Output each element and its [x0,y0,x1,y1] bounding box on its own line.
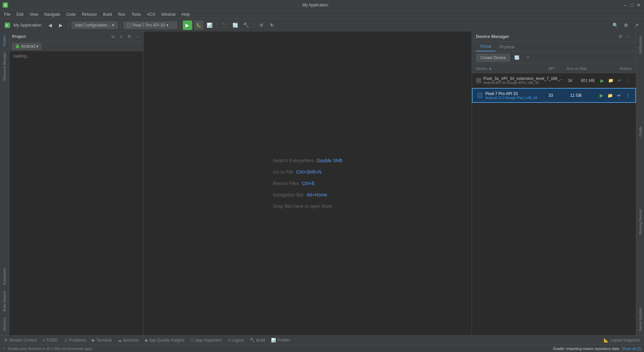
minimize-button[interactable]: – [623,2,628,8]
hint-drop-files: Drop files here to open them [273,204,342,209]
debug-button[interactable]: 🐛 [194,20,204,30]
edit-device-pixel3a[interactable]: ✏ [616,77,623,84]
menu-window[interactable]: Window [159,11,178,17]
play-device-pixel3a[interactable]: ▶ [598,77,606,84]
device-manager-tabs: Virtual Physical [472,42,636,52]
status-bar: ✓ Gradle sync finished in 15 s 505 ms (m… [0,345,644,352]
bottom-tab-app-quality[interactable]: ◆ App Quality Insights [142,337,187,343]
maximize-button[interactable]: □ [629,2,635,8]
bottom-tab-logcat[interactable]: ≡ Logcat [225,337,247,343]
device-api-pixel3a: 34 [563,78,577,83]
tab-physical[interactable]: Physical [495,43,519,51]
version-control-icon: ⚙ [4,338,8,343]
col-size-header: Size on Disk [561,67,592,71]
menu-run[interactable]: Run [115,11,128,17]
svg-rect-3 [128,24,130,26]
bottom-tab-problems[interactable]: ⚠ Problems [61,337,89,343]
hint-nav-bar: Navigation Bar Alt+Home [273,192,342,197]
menu-code[interactable]: Code [63,11,78,17]
notifications-vtab[interactable]: Notifications [637,33,644,56]
svg-rect-7 [477,79,480,82]
device-icon-pixel3a [476,77,481,84]
bottom-tab-terminal[interactable]: ▶ Terminal [89,337,114,343]
device-selector-button[interactable]: Pixel 7 Pro API 33 ▾ [123,21,177,29]
menu-tools[interactable]: Tools [129,11,144,17]
back-button[interactable]: ◀ [46,20,55,30]
bottom-tab-version-control[interactable]: ⚙ Version Control [1,337,39,343]
project-panel-close-btn[interactable]: – [134,33,141,40]
share-button[interactable]: ↗ [632,20,641,30]
settings-button[interactable]: ⚙ [621,20,631,30]
svg-point-8 [478,82,479,83]
bottom-tab-profiler[interactable]: 📊 Profiler [268,337,293,343]
bottom-tab-app-inspection[interactable]: ⬡ App Inspection [188,337,224,343]
open-avd-pixel7pro[interactable]: 📁 [606,92,614,99]
bottom-tab-todo[interactable]: ≡ TODO [40,337,60,343]
status-importing-text: Gradle: Importing maven repository data [553,347,619,351]
sidebar-build-variants-tab[interactable]: Build Variants [1,288,9,314]
sidebar-resource-manager-tab[interactable]: Resource Manager [1,49,9,83]
device-row-pixel7pro[interactable]: Pixel 7 Pro API 33 Android 13.0 Google P… [472,88,636,103]
hint-recent-shortcut: Ctrl+E [302,181,315,186]
bottom-tab-layout-inspector[interactable]: 📐 Layout Inspector [601,337,643,343]
project-panel-collapse-btn[interactable]: ⇆ [110,33,116,40]
col-api-header: API [541,67,561,71]
menu-vcs[interactable]: VCS [144,11,158,17]
android-dropdown-button[interactable]: Android ▾ [12,43,41,50]
col-device-header: Device ▲ [476,67,541,71]
editor-area: Search Everywhere Double Shift Go to Fil… [144,32,472,335]
more-actions-pixel7pro[interactable]: ⋮ [624,92,631,99]
gradle-vtab[interactable]: Gradle [637,124,644,139]
device-manager-toolbar: Create Device 🔄 ? [472,52,636,64]
terminal-label: Terminal [96,338,111,343]
run-button[interactable]: ▶ [183,20,192,30]
menu-build[interactable]: Build [100,11,115,17]
refresh-devices-button[interactable]: 🔄 [513,54,521,62]
menu-view[interactable]: View [27,11,41,17]
device-row-pixel3a[interactable]: Pixel_3a_API_34_extension_level_7_x86_..… [472,73,636,88]
device-explorer-vtab[interactable]: Device Explorer [637,305,644,334]
undo-button[interactable]: ↺ [257,20,266,30]
device-manager-settings-btn[interactable]: ⚙ [617,33,624,40]
logcat-label: Logcat [232,338,244,343]
sync-button[interactable]: 🔄 [231,20,240,30]
hint-search-everywhere: Search Everywhere Double Shift [273,158,342,163]
device-help-button[interactable]: ? [524,54,532,62]
stop-button[interactable]: ⬛ [220,20,229,30]
edit-device-pixel7pro[interactable]: ✏ [615,92,623,99]
bottom-tab-services[interactable]: ☁ Services [115,337,141,343]
running-devices-vtab[interactable]: Running Devices [637,207,644,237]
forward-button[interactable]: ▶ [56,20,66,30]
bottom-toolbar: ⚙ Version Control ≡ TODO ⚠ Problems ▶ Te… [0,335,644,345]
close-button[interactable]: ✕ [636,2,641,8]
sidebar-structure-tab[interactable]: Structure [1,315,9,334]
play-device-pixel7pro[interactable]: ▶ [598,92,605,99]
project-panel-settings-btn[interactable]: ⚙ [126,33,132,40]
build-button[interactable]: 🔨 [241,20,251,30]
left-sidebar: Project Resource Manager Bookmarks Build… [0,32,9,335]
menu-refactor[interactable]: Refactor [79,11,100,17]
show-all-button[interactable]: Show all (2) [622,347,641,351]
bottom-tab-build[interactable]: 🔨 Build [247,337,268,343]
project-panel-sort-btn[interactable]: ≡ [118,33,124,40]
tab-virtual[interactable]: Virtual [476,43,495,51]
create-device-button[interactable]: Create Device [476,54,510,62]
open-avd-pixel3a[interactable]: 📁 [607,77,614,84]
project-dropdown: Android ▾ [9,42,143,51]
logcat-icon: ≡ [228,338,230,343]
search-everywhere-button[interactable]: 🔍 [610,20,620,30]
sidebar-bookmarks-tab[interactable]: Bookmarks [1,265,9,288]
device-manager-close-btn[interactable]: – [625,33,632,40]
device-arrow-icon: ▾ [166,23,168,28]
sidebar-project-tab[interactable]: Project [1,33,9,49]
redo-button[interactable]: ↻ [267,20,277,30]
menu-navigate[interactable]: Navigate [42,11,63,17]
more-actions-pixel3a[interactable]: ⋮ [625,77,632,84]
device-sub-pixel3a: Android API 34 Google APIs | x86_64 [483,81,563,85]
device-manager-panel: Device Manager ⚙ – Virtual Physical Crea… [472,32,636,335]
profile-button[interactable]: 📊 [205,20,214,30]
menu-edit[interactable]: Edit [14,11,26,17]
menu-help[interactable]: Help [179,11,193,17]
add-configuration-button[interactable]: Add Configuration... ▾ [71,21,118,29]
menu-file[interactable]: File [1,11,13,17]
